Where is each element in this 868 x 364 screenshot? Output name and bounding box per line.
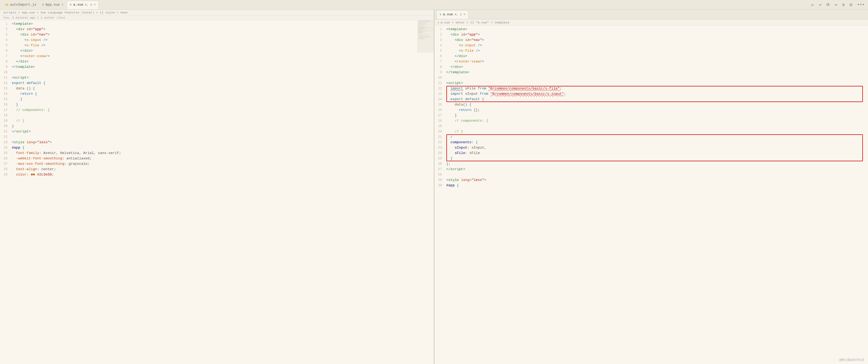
back-icon[interactable]: ↩ <box>818 2 823 8</box>
table-row: 29 color: ■■ #2c3e50; <box>0 172 434 177</box>
line-number: 6 <box>435 54 445 59</box>
line-content: sInput: sInput, <box>445 145 868 151</box>
left-code-area[interactable]: 1<template>2 <div id="app">3 <div id="na… <box>0 20 434 364</box>
svg-rect-3 <box>418 23 426 23</box>
line-number: 25 <box>0 151 11 156</box>
line-number: 16 <box>0 102 11 108</box>
line-content: <s-file /> <box>11 43 434 48</box>
table-row: 9</template> <box>0 64 434 70</box>
line-content: </template> <box>445 70 868 75</box>
line-content: data() { <box>445 102 868 108</box>
line-number: 6 <box>0 48 11 54</box>
line-content: export default { <box>445 97 868 102</box>
line-number: 23 <box>435 145 445 151</box>
svg-rect-5 <box>418 24 424 24</box>
right-editor-panel: V a.vue 8, U × ▸ a.vue > Vetur > {} "a.v… <box>435 10 868 364</box>
line-content: <div id="nav"> <box>11 32 434 37</box>
line-number: 19 <box>0 118 11 124</box>
debug-icon[interactable]: ⊙ <box>841 2 846 8</box>
table-row: 21</script> <box>0 129 434 134</box>
line-number: 17 <box>0 108 11 113</box>
tab-avue-left[interactable]: V a.vue 8, U × <box>67 1 99 9</box>
right-tab-bar[interactable]: V a.vue 8, U × <box>435 10 868 20</box>
line-number: 11 <box>0 75 11 81</box>
forward-icon[interactable]: ↪ <box>834 2 838 8</box>
line-content: <div id="app"> <box>445 32 868 37</box>
tab-badge-right: 8, U <box>455 13 462 16</box>
line-number: 10 <box>0 70 11 75</box>
table-row: 8 </div> <box>0 59 434 64</box>
line-content: ✓ <box>445 134 868 140</box>
svg-rect-11 <box>418 28 428 28</box>
line-number: 14 <box>0 91 11 97</box>
close-tab-appvue[interactable]: × <box>61 3 64 7</box>
table-row: 5 <s-file /> <box>0 43 434 48</box>
table-row: 10 <box>0 70 434 75</box>
line-number: 1 <box>435 27 445 32</box>
line-content: </template> <box>11 64 434 70</box>
line-number: 13 <box>0 86 11 91</box>
svg-rect-0 <box>418 21 431 21</box>
line-number: 12 <box>0 81 11 86</box>
close-tab-avue-left[interactable]: × <box>94 3 96 7</box>
run-icon[interactable]: ▷ <box>810 2 815 8</box>
table-row: 13 data () { <box>0 86 434 91</box>
table-row: 4 <s-input /> <box>0 37 434 43</box>
js-icon: JS <box>5 3 8 6</box>
line-content: sFile: sFile <box>445 151 868 156</box>
line-content: color: ■■ #2c3e50; <box>11 172 434 177</box>
line-content: font-family: Avenir, Helvetica, Arial, s… <box>11 151 434 156</box>
line-content: <s-input /> <box>11 37 434 43</box>
line-number: 22 <box>0 134 11 140</box>
table-row: 5 <s-file /> <box>435 48 868 54</box>
table-row: 15 } <box>0 97 434 102</box>
line-number: 7 <box>435 59 445 64</box>
line-content: <div id="app"> <box>11 27 434 32</box>
table-row: 15 data() { <box>435 102 868 108</box>
right-breadcrumb: ▸ a.vue > Vetur > {} "a.vue" > template <box>435 20 868 26</box>
line-number: 27 <box>435 166 445 172</box>
tab-label-autoimport: autoImport.js <box>10 3 36 7</box>
left-breadcrumb: scripts > App.vue > Vue Language Feature… <box>0 10 434 16</box>
table-row: 3 <div id="nav"> <box>435 37 868 43</box>
right-code-area[interactable]: 1<template>2 <div id="app">3 <div id="na… <box>435 26 868 364</box>
line-content: <router-view/> <box>11 54 434 59</box>
svg-rect-10 <box>418 27 424 27</box>
line-content: // } <box>445 129 868 134</box>
more-icon[interactable]: ••• <box>856 2 866 8</box>
line-number: 30 <box>435 183 445 188</box>
line-content: #app { <box>445 183 868 188</box>
refresh-icon[interactable]: ⟳ <box>825 2 831 8</box>
tab-autoimport[interactable]: JS autoImport.js <box>2 1 39 9</box>
line-content: </script> <box>11 129 434 134</box>
split-icon[interactable]: ⊟ <box>848 2 854 8</box>
svg-rect-21 <box>418 35 429 35</box>
table-row: 23<style lang="less"> <box>0 140 434 145</box>
svg-rect-7 <box>418 25 424 26</box>
minimap-left <box>417 20 434 53</box>
line-content: return { <box>11 91 434 97</box>
line-number: 8 <box>435 64 445 70</box>
line-number: 5 <box>0 43 11 48</box>
table-row: 22 components: { <box>435 140 868 145</box>
line-content: <router-view/> <box>445 59 868 64</box>
table-row: 21 ✓ <box>435 134 868 140</box>
svg-rect-25 <box>418 37 428 38</box>
tab-label-avue-left: a.vue <box>73 3 84 7</box>
table-row: 24#app { <box>0 145 434 151</box>
line-number: 15 <box>0 97 11 102</box>
close-tab-avue-right[interactable]: × <box>463 13 465 17</box>
line-content: } <box>11 102 434 108</box>
line-content: </div> <box>445 54 868 59</box>
table-row: 14 return { <box>0 91 434 97</box>
line-content: -moz-osx-font-smoothing: grayscale; <box>11 161 434 166</box>
tab-avue-right[interactable]: V a.vue 8, U × <box>437 10 469 19</box>
table-row: 4 <s-input /> <box>435 43 868 48</box>
line-number: 24 <box>0 145 11 151</box>
table-row: 16 return {}; <box>435 108 868 113</box>
table-row: 3 <div id="nav"> <box>0 32 434 37</box>
line-number: 2 <box>0 27 11 32</box>
left-tab-bar[interactable]: JS autoImport.js V App.vue × V a.vue 8, … <box>0 0 868 10</box>
line-content: } <box>11 124 434 129</box>
tab-appvue[interactable]: V App.vue × <box>39 1 66 9</box>
